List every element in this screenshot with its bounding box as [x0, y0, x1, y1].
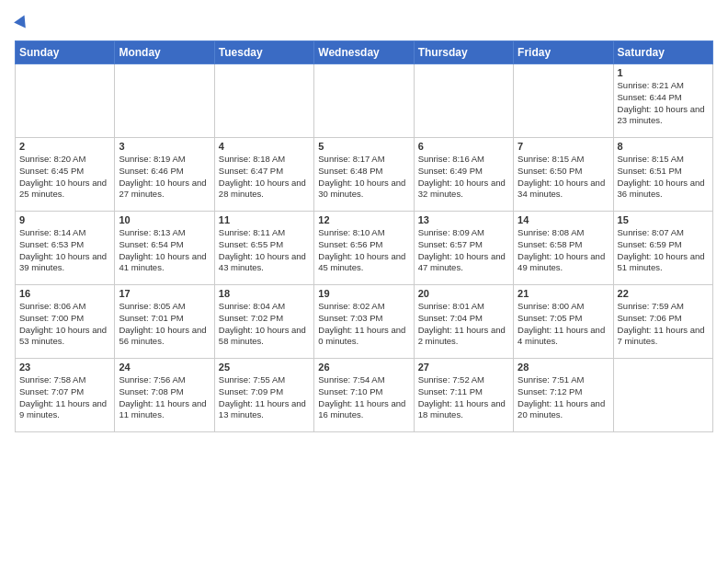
calendar-cell	[115, 64, 214, 138]
calendar-cell: 25Sunrise: 7:55 AM Sunset: 7:09 PM Dayli…	[214, 359, 313, 432]
calendar-cell: 22Sunrise: 7:59 AM Sunset: 7:06 PM Dayli…	[613, 285, 712, 359]
day-number: 19	[318, 288, 409, 299]
week-row-2: 9Sunrise: 8:14 AM Sunset: 6:53 PM Daylig…	[16, 212, 713, 285]
weekday-saturday: Saturday	[613, 41, 712, 64]
day-info: Sunrise: 8:11 AM Sunset: 6:55 PM Dayligh…	[219, 227, 310, 274]
day-number: 4	[219, 141, 310, 152]
calendar-cell: 19Sunrise: 8:02 AM Sunset: 7:03 PM Dayli…	[314, 285, 414, 359]
day-number: 13	[418, 214, 509, 225]
calendar-cell: 4Sunrise: 8:18 AM Sunset: 6:47 PM Daylig…	[214, 138, 313, 212]
calendar-cell	[613, 359, 712, 432]
day-number: 7	[518, 141, 609, 152]
week-row-1: 2Sunrise: 8:20 AM Sunset: 6:45 PM Daylig…	[16, 138, 713, 212]
calendar-table: SundayMondayTuesdayWednesdayThursdayFrid…	[15, 40, 713, 432]
day-number: 26	[318, 362, 409, 373]
day-info: Sunrise: 8:20 AM Sunset: 6:45 PM Dayligh…	[19, 154, 110, 201]
day-info: Sunrise: 7:55 AM Sunset: 7:09 PM Dayligh…	[219, 374, 310, 421]
day-number: 3	[119, 141, 210, 152]
day-info: Sunrise: 8:09 AM Sunset: 6:57 PM Dayligh…	[418, 227, 509, 274]
day-number: 6	[418, 141, 509, 152]
calendar-cell: 5Sunrise: 8:17 AM Sunset: 6:48 PM Daylig…	[314, 138, 414, 212]
day-info: Sunrise: 8:21 AM Sunset: 6:44 PM Dayligh…	[618, 80, 709, 127]
day-number: 12	[318, 214, 409, 225]
day-info: Sunrise: 8:14 AM Sunset: 6:53 PM Dayligh…	[19, 227, 110, 274]
day-info: Sunrise: 8:15 AM Sunset: 6:50 PM Dayligh…	[518, 154, 609, 201]
day-info: Sunrise: 8:07 AM Sunset: 6:59 PM Dayligh…	[618, 227, 709, 274]
calendar-cell: 6Sunrise: 8:16 AM Sunset: 6:49 PM Daylig…	[414, 138, 513, 212]
day-info: Sunrise: 8:04 AM Sunset: 7:02 PM Dayligh…	[219, 301, 310, 348]
day-info: Sunrise: 7:52 AM Sunset: 7:11 PM Dayligh…	[418, 374, 509, 421]
header	[15, 15, 713, 33]
calendar-cell: 24Sunrise: 7:56 AM Sunset: 7:08 PM Dayli…	[115, 359, 214, 432]
day-info: Sunrise: 8:13 AM Sunset: 6:54 PM Dayligh…	[119, 227, 210, 274]
day-info: Sunrise: 8:00 AM Sunset: 7:05 PM Dayligh…	[518, 301, 609, 348]
weekday-thursday: Thursday	[414, 41, 513, 64]
day-info: Sunrise: 8:01 AM Sunset: 7:04 PM Dayligh…	[418, 301, 509, 348]
calendar-cell: 10Sunrise: 8:13 AM Sunset: 6:54 PM Dayli…	[115, 212, 214, 285]
day-number: 5	[318, 141, 409, 152]
day-number: 15	[618, 214, 709, 225]
week-row-4: 23Sunrise: 7:58 AM Sunset: 7:07 PM Dayli…	[16, 359, 713, 432]
day-number: 28	[518, 362, 609, 373]
day-number: 20	[418, 288, 509, 299]
logo	[15, 15, 28, 33]
weekday-tuesday: Tuesday	[214, 41, 313, 64]
day-number: 1	[618, 67, 709, 78]
page-container: SundayMondayTuesdayWednesdayThursdayFrid…	[0, 0, 728, 440]
calendar-cell: 13Sunrise: 8:09 AM Sunset: 6:57 PM Dayli…	[414, 212, 513, 285]
calendar-cell: 3Sunrise: 8:19 AM Sunset: 6:46 PM Daylig…	[115, 138, 214, 212]
day-info: Sunrise: 8:05 AM Sunset: 7:01 PM Dayligh…	[119, 301, 210, 348]
calendar-cell: 16Sunrise: 8:06 AM Sunset: 7:00 PM Dayli…	[16, 285, 115, 359]
calendar-cell: 9Sunrise: 8:14 AM Sunset: 6:53 PM Daylig…	[16, 212, 115, 285]
calendar-cell: 21Sunrise: 8:00 AM Sunset: 7:05 PM Dayli…	[514, 285, 613, 359]
day-info: Sunrise: 8:08 AM Sunset: 6:58 PM Dayligh…	[518, 227, 609, 274]
weekday-header-row: SundayMondayTuesdayWednesdayThursdayFrid…	[16, 41, 713, 64]
day-info: Sunrise: 8:18 AM Sunset: 6:47 PM Dayligh…	[219, 154, 310, 201]
day-number: 10	[119, 214, 210, 225]
day-number: 24	[119, 362, 210, 373]
day-number: 22	[618, 288, 709, 299]
day-number: 16	[19, 288, 110, 299]
weekday-friday: Friday	[514, 41, 613, 64]
calendar-cell	[514, 64, 613, 138]
calendar-cell: 27Sunrise: 7:52 AM Sunset: 7:11 PM Dayli…	[414, 359, 513, 432]
calendar-cell: 2Sunrise: 8:20 AM Sunset: 6:45 PM Daylig…	[16, 138, 115, 212]
day-info: Sunrise: 8:19 AM Sunset: 6:46 PM Dayligh…	[119, 154, 210, 201]
weekday-wednesday: Wednesday	[314, 41, 414, 64]
day-number: 25	[219, 362, 310, 373]
calendar-cell: 28Sunrise: 7:51 AM Sunset: 7:12 PM Dayli…	[514, 359, 613, 432]
week-row-3: 16Sunrise: 8:06 AM Sunset: 7:00 PM Dayli…	[16, 285, 713, 359]
week-row-0: 1Sunrise: 8:21 AM Sunset: 6:44 PM Daylig…	[16, 64, 713, 138]
day-info: Sunrise: 8:15 AM Sunset: 6:51 PM Dayligh…	[618, 154, 709, 201]
day-info: Sunrise: 8:02 AM Sunset: 7:03 PM Dayligh…	[318, 301, 409, 348]
calendar-cell: 15Sunrise: 8:07 AM Sunset: 6:59 PM Dayli…	[613, 212, 712, 285]
calendar-cell: 8Sunrise: 8:15 AM Sunset: 6:51 PM Daylig…	[613, 138, 712, 212]
calendar-cell: 20Sunrise: 8:01 AM Sunset: 7:04 PM Dayli…	[414, 285, 513, 359]
calendar-cell	[16, 64, 115, 138]
day-number: 27	[418, 362, 509, 373]
day-number: 2	[19, 141, 110, 152]
day-info: Sunrise: 8:06 AM Sunset: 7:00 PM Dayligh…	[19, 301, 110, 348]
day-number: 11	[219, 214, 310, 225]
day-info: Sunrise: 7:59 AM Sunset: 7:06 PM Dayligh…	[618, 301, 709, 348]
calendar-cell	[314, 64, 414, 138]
day-number: 14	[518, 214, 609, 225]
calendar-cell	[414, 64, 513, 138]
day-info: Sunrise: 8:10 AM Sunset: 6:56 PM Dayligh…	[318, 227, 409, 274]
calendar-cell	[214, 64, 313, 138]
day-info: Sunrise: 7:51 AM Sunset: 7:12 PM Dayligh…	[518, 374, 609, 421]
day-number: 9	[19, 214, 110, 225]
calendar-cell: 18Sunrise: 8:04 AM Sunset: 7:02 PM Dayli…	[214, 285, 313, 359]
calendar-cell: 17Sunrise: 8:05 AM Sunset: 7:01 PM Dayli…	[115, 285, 214, 359]
calendar-cell: 1Sunrise: 8:21 AM Sunset: 6:44 PM Daylig…	[613, 64, 712, 138]
day-info: Sunrise: 7:56 AM Sunset: 7:08 PM Dayligh…	[119, 374, 210, 421]
calendar-cell: 23Sunrise: 7:58 AM Sunset: 7:07 PM Dayli…	[16, 359, 115, 432]
day-info: Sunrise: 7:58 AM Sunset: 7:07 PM Dayligh…	[19, 374, 110, 421]
day-number: 8	[618, 141, 709, 152]
weekday-sunday: Sunday	[16, 41, 115, 64]
calendar-cell: 7Sunrise: 8:15 AM Sunset: 6:50 PM Daylig…	[514, 138, 613, 212]
day-number: 17	[119, 288, 210, 299]
logo-triangle-icon	[14, 13, 30, 29]
day-number: 21	[518, 288, 609, 299]
weekday-monday: Monday	[115, 41, 214, 64]
